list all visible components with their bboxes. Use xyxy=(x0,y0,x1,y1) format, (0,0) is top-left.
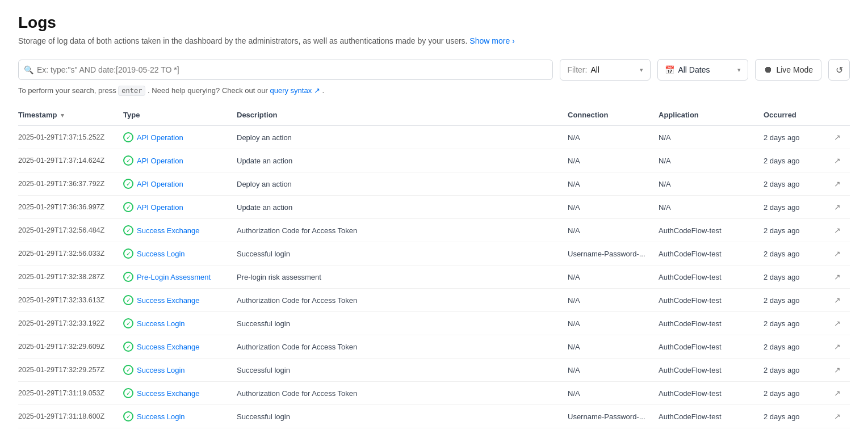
type-link[interactable]: Success Exchange xyxy=(137,343,200,351)
cell-action: ↗ xyxy=(832,359,850,382)
row-expand-button[interactable]: ↗ xyxy=(832,318,843,329)
row-expand-button[interactable]: ↗ xyxy=(832,178,843,189)
cell-timestamp: 2025-01-29T17:32:33.613Z xyxy=(18,289,123,312)
cell-connection: N/A xyxy=(568,196,659,219)
row-expand-button[interactable]: ↗ xyxy=(832,248,843,259)
type-link[interactable]: Success Exchange xyxy=(137,389,200,398)
type-link[interactable]: Success Login xyxy=(137,319,185,328)
type-link[interactable]: API Operation xyxy=(137,133,183,142)
col-header-description: Description xyxy=(237,106,568,125)
cell-connection: N/A xyxy=(568,359,659,382)
cell-occurred: 2 days ago xyxy=(764,312,832,335)
row-expand-button[interactable]: ↗ xyxy=(832,271,843,283)
status-success-icon: ✓ xyxy=(123,202,133,212)
table-row: 2025-01-29T17:37:14.624Z✓API OperationUp… xyxy=(18,149,850,172)
row-expand-button[interactable]: ↗ xyxy=(832,294,843,306)
sort-icon: ▾ xyxy=(61,112,64,119)
type-link[interactable]: API Operation xyxy=(137,180,183,188)
cell-timestamp: 2025-01-29T17:32:29.609Z xyxy=(18,335,123,359)
cell-connection: Username-Password-... xyxy=(568,405,659,428)
search-hint: To perform your search, press enter . Ne… xyxy=(18,86,850,95)
cell-application: AuthCodeFlow-test xyxy=(659,265,764,289)
cell-description: Update an action xyxy=(237,149,568,172)
cell-timestamp: 2025-01-29T17:32:56.484Z xyxy=(18,219,123,242)
type-link[interactable]: Success Exchange xyxy=(137,226,200,235)
table-row: 2025-01-29T17:36:37.792Z✓API OperationDe… xyxy=(18,172,850,196)
row-expand-button[interactable]: ↗ xyxy=(832,364,843,376)
row-expand-button[interactable]: ↗ xyxy=(832,387,843,399)
status-success-icon: ✓ xyxy=(123,225,133,235)
cell-application: N/A xyxy=(659,196,764,219)
filter-dropdown[interactable]: Filter: All ▾ xyxy=(560,59,651,81)
cell-occurred: 2 days ago xyxy=(764,125,832,149)
cell-application: AuthCodeFlow-test xyxy=(659,312,764,335)
cell-action: ↗ xyxy=(832,242,850,265)
status-success-icon: ✓ xyxy=(123,295,133,305)
cell-action: ↗ xyxy=(832,196,850,219)
cell-timestamp: 2025-01-29T17:32:56.033Z xyxy=(18,242,123,265)
cell-timestamp: 2025-01-29T17:37:14.624Z xyxy=(18,149,123,172)
cell-description: Update an action xyxy=(237,196,568,219)
cell-application: AuthCodeFlow-test xyxy=(659,405,764,428)
table-row: 2025-01-29T17:32:56.033Z✓Success LoginSu… xyxy=(18,242,850,265)
row-expand-button[interactable]: ↗ xyxy=(832,411,843,422)
cell-application: AuthCodeFlow-test xyxy=(659,242,764,265)
cell-action: ↗ xyxy=(832,172,850,196)
cell-type: ✓API Operation xyxy=(123,172,237,196)
cell-timestamp: 2025-01-29T17:32:33.192Z xyxy=(18,312,123,335)
type-link[interactable]: API Operation xyxy=(137,157,183,165)
table-header: Timestamp ▾ Type Description Connection … xyxy=(18,106,850,125)
cell-occurred: 2 days ago xyxy=(764,172,832,196)
logs-table: Timestamp ▾ Type Description Connection … xyxy=(18,106,850,428)
show-more-link[interactable]: Show more › xyxy=(469,36,514,45)
cell-description: Pre-login risk assessment xyxy=(237,265,568,289)
cell-connection: N/A xyxy=(568,289,659,312)
filter-value: All xyxy=(590,65,599,74)
table-row: 2025-01-29T17:31:19.053Z✓Success Exchang… xyxy=(18,382,850,405)
status-success-icon: ✓ xyxy=(123,342,133,352)
cell-occurred: 2 days ago xyxy=(764,359,832,382)
cell-occurred: 2 days ago xyxy=(764,265,832,289)
cell-application: AuthCodeFlow-test xyxy=(659,289,764,312)
chevron-down-icon: ▾ xyxy=(640,66,643,74)
cell-timestamp: 2025-01-29T17:36:37.792Z xyxy=(18,172,123,196)
row-expand-button[interactable]: ↗ xyxy=(832,132,843,143)
cell-action: ↗ xyxy=(832,265,850,289)
cell-description: Successful login xyxy=(237,242,568,265)
type-link[interactable]: Success Login xyxy=(137,250,185,258)
type-link[interactable]: API Operation xyxy=(137,203,183,212)
status-success-icon: ✓ xyxy=(123,388,133,398)
cell-application: AuthCodeFlow-test xyxy=(659,335,764,359)
dates-label: All Dates xyxy=(678,65,710,74)
cell-description: Deploy an action xyxy=(237,172,568,196)
search-wrapper: 🔍 xyxy=(18,60,553,80)
col-header-application: Application xyxy=(659,106,764,125)
table-row: 2025-01-29T17:32:33.613Z✓Success Exchang… xyxy=(18,289,850,312)
live-mode-button[interactable]: ⏺ Live Mode xyxy=(755,59,821,81)
cell-action: ↗ xyxy=(832,149,850,172)
dates-dropdown[interactable]: 📅 All Dates ▾ xyxy=(657,59,748,81)
cell-occurred: 2 days ago xyxy=(764,149,832,172)
row-expand-button[interactable]: ↗ xyxy=(832,341,843,352)
type-link[interactable]: Success Login xyxy=(137,366,185,374)
query-syntax-link[interactable]: query syntax ↗ xyxy=(270,86,322,95)
cell-connection: N/A xyxy=(568,149,659,172)
row-expand-button[interactable]: ↗ xyxy=(832,225,843,236)
table-row: 2025-01-29T17:32:29.257Z✓Success LoginSu… xyxy=(18,359,850,382)
col-header-timestamp[interactable]: Timestamp ▾ xyxy=(18,106,123,125)
cell-type: ✓Success Login xyxy=(123,359,237,382)
type-link[interactable]: Pre-Login Assessment xyxy=(137,273,211,281)
row-expand-button[interactable]: ↗ xyxy=(832,201,843,213)
cell-description: Successful login xyxy=(237,312,568,335)
type-link[interactable]: Success Exchange xyxy=(137,296,200,305)
cell-type: ✓Success Exchange xyxy=(123,382,237,405)
type-link[interactable]: Success Login xyxy=(137,412,185,421)
row-expand-button[interactable]: ↗ xyxy=(832,155,843,166)
cell-action: ↗ xyxy=(832,125,850,149)
enter-key-hint: enter xyxy=(118,86,145,96)
cell-connection: N/A xyxy=(568,335,659,359)
cell-type: ✓Success Login xyxy=(123,405,237,428)
refresh-button[interactable]: ↺ xyxy=(828,59,850,81)
search-input[interactable] xyxy=(18,60,553,80)
cell-timestamp: 2025-01-29T17:31:18.600Z xyxy=(18,405,123,428)
